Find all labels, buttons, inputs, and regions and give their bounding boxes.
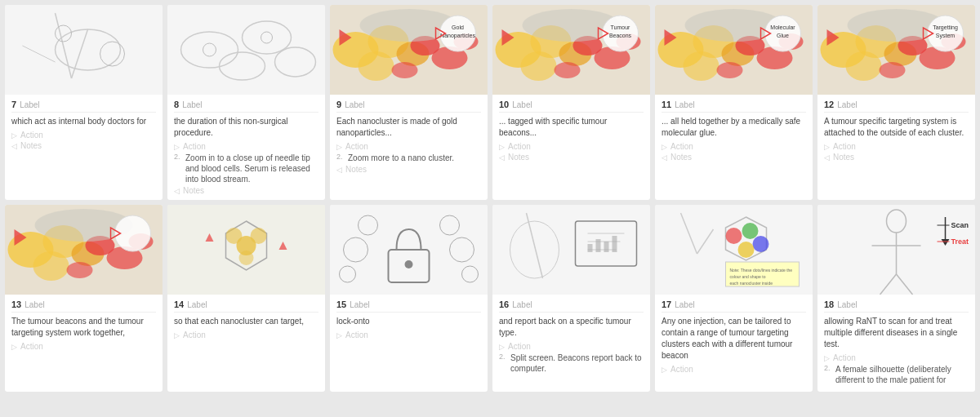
svg-point-94	[462, 266, 479, 282]
notes-row-8[interactable]: ◁Notes	[174, 186, 318, 195]
card-body-18: 18Labelallowing RaNT to scan for and tre…	[817, 295, 975, 392]
card-number-12: 12	[824, 100, 834, 109]
storyboard-card-18[interactable]: Scan Treat 18Labelallowing RaNT to scan …	[817, 205, 975, 392]
card-number-row-10: 10Label	[499, 100, 644, 113]
storyboard-card-17[interactable]: Note: These dots/lines indicate the colo…	[655, 205, 813, 392]
svg-point-90	[450, 237, 474, 262]
storyboard-card-13[interactable]: 13LabelThe tumour beacons and the tumour…	[5, 205, 163, 392]
storyboard-card-11[interactable]: Molecular Glue 11Label... all held toget…	[655, 5, 813, 200]
notes-row-9[interactable]: ◁Notes	[336, 165, 481, 174]
card-action-row-11[interactable]: ▷Action	[662, 142, 806, 151]
card-body-16: 16Labeland report back on a specific tum…	[492, 295, 650, 392]
storyboard-card-8[interactable]: 8Labelthe duration of this non-surgical …	[167, 5, 325, 200]
action2-num-9: 2.	[336, 153, 345, 161]
card-action-row-8[interactable]: ▷Action	[174, 142, 318, 151]
svg-text:Molecular: Molecular	[770, 24, 795, 30]
action2-text-18: A female silhouette (deliberately differ…	[835, 364, 969, 385]
card-body-9: 9LabelEach nanocluster is made of gold n…	[330, 95, 488, 200]
storyboard-card-16[interactable]: 16Labeland report back on a specific tum…	[492, 205, 650, 392]
card-desc-12: A tumour specific targeting system is at…	[824, 116, 969, 139]
notes-text-8: Notes	[183, 186, 204, 195]
svg-rect-104	[612, 236, 617, 252]
action-icon-13: ▷	[11, 343, 17, 351]
card-body-13: 13LabelThe tumour beacons and the tumour…	[5, 295, 163, 392]
card-action-row-17[interactable]: ▷Action	[662, 365, 806, 374]
action2-text-9: Zoom more to a nano cluster.	[348, 153, 454, 163]
card-desc-13: The tumour beacons and the tumour target…	[11, 316, 156, 339]
card-number-row-9: 9Label	[336, 100, 481, 113]
card-body-12: 12LabelA tumour specific targeting syste…	[817, 95, 975, 200]
svg-point-89	[344, 237, 368, 262]
svg-point-9	[220, 52, 265, 80]
card-action-row-9[interactable]: ▷Action	[336, 142, 481, 151]
card-body-10: 10Label... tagged with specific tumour b…	[492, 95, 650, 200]
svg-point-116	[887, 210, 906, 233]
svg-point-32	[555, 62, 581, 78]
svg-text:Gold: Gold	[452, 24, 464, 30]
storyboard-card-14[interactable]: 14Labelso that each nanocluster can targ…	[167, 205, 325, 392]
storyboard-card-15[interactable]: 15Labellock-onto▷Action	[330, 205, 488, 392]
svg-point-28	[521, 51, 557, 81]
card-action-row-14[interactable]: ▷Action	[174, 330, 318, 339]
storyboard-card-10[interactable]: Tumour Beacons 10Label... tagged with sp…	[492, 5, 650, 200]
svg-point-11	[261, 32, 273, 43]
action-icon-16: ▷	[499, 343, 505, 351]
svg-rect-102	[596, 239, 601, 252]
action-icon-15: ▷	[336, 331, 342, 339]
action-text-9: Action	[345, 142, 368, 151]
svg-text:colour and shape to: colour and shape to	[730, 274, 766, 279]
storyboard-card-12[interactable]: Targetting System 12LabelA tumour specif…	[817, 5, 975, 200]
card-number-13: 13	[11, 299, 21, 309]
card-action-row-10[interactable]: ▷Action	[499, 142, 644, 151]
notes-row-7[interactable]: ◁Notes	[11, 141, 156, 150]
storyboard-card-9[interactable]: Gold Nanoparticles 9LabelEach nanocluste…	[330, 5, 488, 200]
svg-marker-85	[206, 233, 214, 242]
card-number-row-12: 12Label	[824, 100, 969, 113]
card-desc-7: which act as internal body doctors for	[11, 116, 156, 127]
card-desc-15: lock-onto	[336, 316, 481, 327]
notes-row-10[interactable]: ◁Notes	[499, 153, 644, 162]
svg-point-70	[33, 251, 69, 281]
notes-icon-7: ◁	[11, 142, 17, 150]
card-body-14: 14Labelso that each nanocluster can targ…	[167, 295, 325, 392]
card-desc-9: Each nanocluster is made of gold nanopar…	[336, 116, 481, 139]
svg-line-5	[23, 46, 56, 62]
storyboard-card-7[interactable]: 7Labelwhich act as internal body doctors…	[5, 5, 163, 200]
action-icon-12: ▷	[824, 143, 830, 151]
action-icon-18: ▷	[824, 354, 830, 362]
card-number-9: 9	[336, 100, 341, 109]
notes-row-12[interactable]: ◁Notes	[824, 153, 969, 162]
action-icon-8: ▷	[174, 143, 180, 151]
card-action-row-13[interactable]: ▷Action	[11, 342, 156, 351]
svg-text:Treat: Treat	[951, 237, 969, 246]
card-action-row-12[interactable]: ▷Action	[824, 142, 969, 151]
card-action-row-16[interactable]: ▷Action	[499, 342, 644, 351]
action-text-11: Action	[670, 142, 693, 151]
card-desc-17: Any one injection, can be tailored to co…	[662, 316, 806, 362]
action-text-7: Action	[20, 131, 43, 140]
card-number-16: 16	[499, 299, 509, 309]
card-number-row-8: 8Label	[174, 100, 318, 113]
card-action2-row-8: 2.Zoom in to a close up of needle tip an…	[174, 153, 318, 184]
card-action-row-18[interactable]: ▷Action	[824, 353, 969, 362]
notes-icon-9: ◁	[336, 166, 342, 174]
card-number-row-18: 18Label	[824, 299, 969, 313]
card-number-row-13: 13Label	[11, 299, 156, 313]
action2-text-16: Split screen. Beacons report back to com…	[510, 353, 644, 374]
svg-text:Beacons: Beacons	[609, 33, 632, 38]
svg-point-91	[359, 215, 378, 235]
action-text-8: Action	[183, 142, 206, 151]
card-action-row-15[interactable]: ▷Action	[336, 330, 481, 339]
notes-text-9: Notes	[345, 165, 367, 174]
svg-line-119	[880, 274, 897, 295]
svg-line-120	[897, 274, 913, 295]
svg-line-106	[697, 229, 714, 254]
action-text-14: Action	[183, 330, 206, 339]
card-action-row-7[interactable]: ▷Action	[11, 131, 156, 140]
card-number-11: 11	[662, 100, 671, 109]
action-text-18: Action	[833, 353, 856, 362]
svg-point-8	[275, 47, 316, 77]
svg-point-42	[684, 51, 719, 81]
notes-row-11[interactable]: ◁Notes	[662, 153, 806, 162]
svg-text:Note: These dots/lines indicat: Note: These dots/lines indicate the	[730, 268, 793, 273]
